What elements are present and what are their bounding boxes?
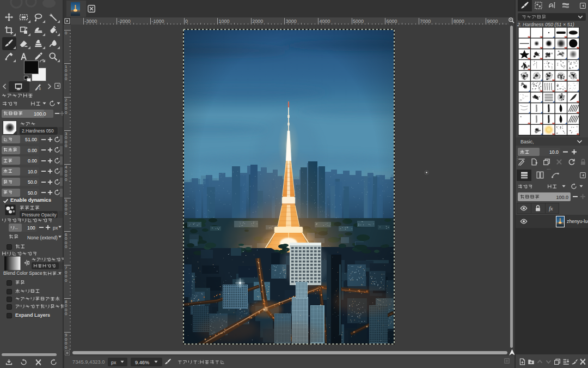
svg-text:fx: fx: [549, 206, 553, 212]
svg-text:0: 0: [65, 177, 68, 182]
svg-text::: :: [198, 359, 200, 365]
svg-text:Enable dynamics: Enable dynamics: [10, 197, 51, 203]
svg-text:-3000: -3000: [84, 19, 97, 24]
svg-text:2000: 2000: [252, 19, 263, 24]
svg-text:-2000: -2000: [118, 19, 131, 24]
svg-text:5000: 5000: [353, 19, 364, 24]
svg-text:0: 0: [65, 345, 68, 350]
svg-text:0: 0: [65, 244, 68, 249]
svg-text:..: ..: [15, 225, 18, 230]
svg-text:0: 0: [65, 76, 68, 81]
svg-text:0: 0: [65, 211, 68, 216]
svg-text:8000: 8000: [454, 19, 464, 24]
svg-text:-1000: -1000: [151, 19, 164, 24]
svg-text:3000: 3000: [286, 19, 297, 24]
svg-text:0: 0: [65, 31, 68, 35]
svg-text:0: 0: [185, 19, 188, 24]
svg-text:Blend Color Space: Blend Color Space: [3, 270, 42, 276]
svg-text:0: 0: [65, 143, 68, 148]
svg-text:4000: 4000: [319, 19, 330, 24]
svg-text:Expand Layers: Expand Layers: [15, 312, 50, 318]
svg-text:9000: 9000: [487, 19, 498, 24]
svg-text:6000: 6000: [387, 19, 397, 24]
svg-text:1000: 1000: [219, 19, 230, 24]
svg-text:6: 6: [39, 86, 41, 91]
svg-text:0: 0: [65, 311, 68, 316]
svg-text:0: 0: [65, 278, 68, 283]
svg-text:7000: 7000: [420, 19, 431, 24]
svg-text:0: 0: [65, 110, 68, 115]
